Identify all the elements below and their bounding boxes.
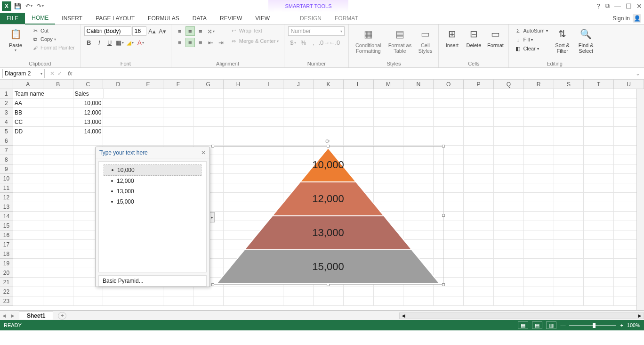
cell[interactable]	[193, 296, 224, 306]
cell[interactable]	[283, 117, 314, 127]
cell[interactable]	[403, 136, 434, 146]
tab-page-layout[interactable]: PAGE LAYOUT	[89, 13, 141, 24]
cell[interactable]	[464, 249, 494, 259]
cell[interactable]	[403, 287, 434, 296]
cell[interactable]	[554, 249, 584, 259]
cell[interactable]	[314, 287, 344, 296]
cell[interactable]	[163, 296, 193, 306]
orientation-icon[interactable]: ⤭	[206, 26, 216, 36]
wrap-text-button[interactable]: ↩Wrap Text	[229, 26, 281, 35]
cell[interactable]	[584, 193, 614, 202]
row-header-18[interactable]: 18	[0, 249, 13, 259]
cell[interactable]	[374, 136, 404, 146]
cell[interactable]	[253, 287, 283, 296]
column-header-J[interactable]: J	[283, 80, 314, 89]
pyramid-level[interactable]: 12,000	[217, 182, 440, 216]
column-header-I[interactable]: I	[253, 80, 283, 89]
cell[interactable]: 13,000	[73, 117, 104, 127]
cell[interactable]	[494, 155, 524, 164]
cell[interactable]	[464, 240, 494, 249]
cell[interactable]: Team name	[13, 89, 43, 99]
decrease-decimal-icon[interactable]: ←.0	[330, 38, 339, 47]
cell[interactable]	[403, 127, 434, 136]
cell[interactable]	[464, 259, 494, 268]
cell[interactable]	[554, 136, 584, 146]
cell[interactable]	[524, 155, 554, 164]
cell[interactable]	[73, 296, 104, 306]
increase-font-icon[interactable]: A▴	[147, 26, 157, 36]
cell[interactable]	[43, 174, 73, 183]
row-header-3[interactable]: 3	[0, 108, 13, 117]
cell[interactable]	[584, 174, 614, 183]
cell[interactable]	[163, 117, 193, 127]
cell[interactable]	[524, 278, 554, 287]
cell[interactable]	[163, 89, 193, 99]
cell[interactable]	[494, 136, 524, 146]
help-icon[interactable]: ?	[596, 2, 600, 10]
cell[interactable]	[193, 117, 224, 127]
number-format-combo[interactable]: Number▾	[288, 26, 345, 36]
percent-icon[interactable]: %	[298, 38, 308, 47]
cell[interactable]	[494, 221, 524, 230]
cell[interactable]	[253, 136, 283, 146]
tab-insert[interactable]: INSERT	[55, 13, 89, 24]
conditional-formatting-button[interactable]: ▦Conditional Formatting	[353, 26, 384, 54]
cell[interactable]	[403, 99, 434, 108]
cell[interactable]	[224, 89, 254, 99]
row-header-20[interactable]: 20	[0, 268, 13, 278]
cell[interactable]	[253, 89, 283, 99]
cell[interactable]	[464, 230, 494, 240]
cell[interactable]	[103, 108, 133, 117]
row-header-15[interactable]: 15	[0, 221, 13, 230]
cell[interactable]	[554, 193, 584, 202]
cell[interactable]	[374, 117, 404, 127]
cell[interactable]	[43, 193, 73, 202]
zoom-level[interactable]: 100%	[627, 322, 640, 328]
cell[interactable]	[13, 212, 43, 221]
cell[interactable]	[464, 174, 494, 183]
cell[interactable]	[584, 108, 614, 117]
smartart-text-pane[interactable]: Type your text here ✕ 10,00012,00013,000…	[95, 147, 210, 287]
text-pane-item[interactable]: 13,000	[104, 186, 201, 197]
cell[interactable]: Sales	[73, 89, 104, 99]
column-header-H[interactable]: H	[224, 80, 254, 89]
cell[interactable]	[464, 136, 494, 146]
cell[interactable]	[524, 117, 554, 127]
cell[interactable]	[584, 164, 614, 174]
close-icon[interactable]: ✕	[636, 2, 642, 10]
zoom-thumb[interactable]	[593, 323, 596, 328]
cell[interactable]	[584, 249, 614, 259]
cell[interactable]	[43, 164, 73, 174]
cell[interactable]	[224, 117, 254, 127]
cell[interactable]	[13, 287, 43, 296]
cell[interactable]	[494, 268, 524, 278]
cell[interactable]	[464, 202, 494, 212]
cell[interactable]	[13, 240, 43, 249]
sheet-tab-sheet1[interactable]: Sheet1	[19, 312, 53, 320]
cell[interactable]	[554, 202, 584, 212]
cell[interactable]	[524, 221, 554, 230]
cell[interactable]	[103, 127, 133, 136]
cell[interactable]	[43, 259, 73, 268]
copy-button[interactable]: ⧉Copy▾	[30, 35, 76, 43]
cell[interactable]	[224, 136, 254, 146]
cell[interactable]	[43, 117, 73, 127]
sheet-nav-next[interactable]: ►	[8, 312, 17, 319]
cell[interactable]	[344, 136, 374, 146]
cell[interactable]	[584, 127, 614, 136]
cell[interactable]	[434, 136, 464, 146]
text-pane-item[interactable]: 10,000	[104, 164, 201, 176]
cell-styles-button[interactable]: ▭Cell Styles	[416, 26, 435, 54]
cell[interactable]	[584, 146, 614, 155]
tab-formulas[interactable]: FORMULAS	[141, 13, 186, 24]
sign-in[interactable]: Sign in 👤	[612, 14, 641, 23]
cell[interactable]	[524, 99, 554, 108]
cell[interactable]	[344, 127, 374, 136]
cell[interactable]	[283, 127, 314, 136]
cell[interactable]	[163, 136, 193, 146]
cell[interactable]	[403, 117, 434, 127]
resize-handle-n[interactable]	[327, 145, 330, 148]
cell[interactable]	[43, 155, 73, 164]
align-center-icon[interactable]: ≡	[185, 38, 195, 47]
align-right-icon[interactable]: ≡	[196, 38, 205, 47]
